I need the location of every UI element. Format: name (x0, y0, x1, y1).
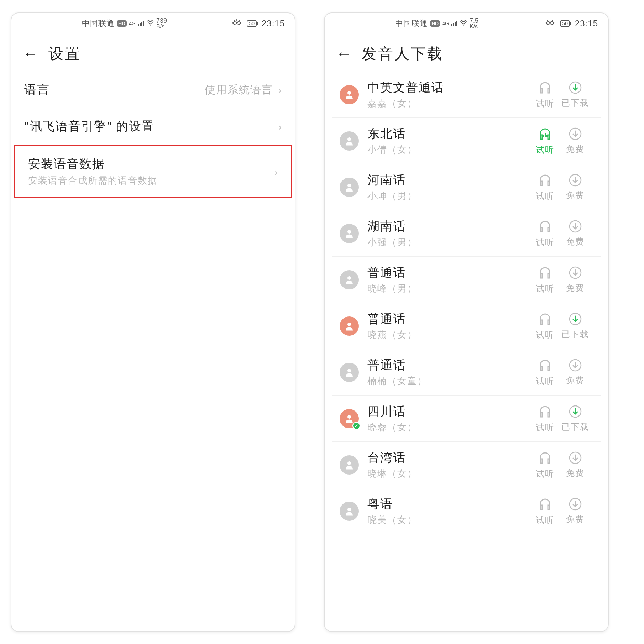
hd-badge: HD (430, 20, 440, 27)
avatar-icon (340, 316, 359, 336)
setting-label: "讯飞语音引擎" 的设置 (24, 118, 155, 135)
listen-button[interactable]: 试听 (530, 265, 560, 294)
headphones-icon (538, 497, 553, 513)
listen-label: 试听 (536, 190, 554, 202)
voice-row[interactable]: 河南话小坤（男）试听免费 (332, 164, 601, 210)
back-icon[interactable]: ← (336, 46, 352, 62)
svg-point-23 (347, 461, 351, 465)
clock: 23:15 (575, 19, 598, 28)
voice-list: 中英文普通话嘉嘉（女）试听已下载东北话小倩（女）试听免费河南话小坤（男）试听免费… (325, 72, 608, 534)
voice-sub: 嘉嘉（女） (367, 97, 522, 110)
voice-title: 粤语 (367, 496, 522, 512)
back-icon[interactable]: ← (23, 46, 38, 62)
voice-row[interactable]: 湖南话小强（男）试听免费 (332, 210, 601, 257)
download-label: 免费 (566, 467, 585, 479)
listen-button[interactable]: 试听 (530, 219, 560, 248)
svg-point-1 (236, 22, 238, 24)
voice-actions: 试听已下载 (530, 80, 590, 109)
voice-sub: 楠楠（女童） (367, 375, 522, 387)
chevron-right-icon: › (278, 83, 282, 96)
voice-title: 湖南话 (367, 218, 522, 235)
voice-row[interactable]: 粤语晓美（女）试听免费 (332, 488, 601, 534)
voice-text: 粤语晓美（女） (367, 496, 522, 526)
voice-row[interactable]: 普通话晓燕（女）试听已下载 (332, 303, 601, 349)
listen-label: 试听 (536, 422, 554, 433)
listen-button[interactable]: 试听 (530, 450, 560, 480)
download-button[interactable]: 免费 (560, 358, 590, 386)
avatar-icon: ✓ (340, 409, 359, 428)
listen-button[interactable]: 试听 (530, 126, 560, 156)
setting-language[interactable]: 语言 使用系统语言 › (11, 72, 295, 108)
headphones-icon (538, 126, 553, 143)
headphones-icon (538, 404, 553, 420)
settings-list: 语言 使用系统语言 › "讯飞语音引擎" 的设置 › 安装语音数据 安装语音合成… (11, 72, 295, 198)
svg-rect-9 (546, 135, 548, 137)
download-button[interactable]: 已下载 (560, 405, 590, 433)
voice-row[interactable]: 中英文普通话嘉嘉（女）试听已下载 (332, 72, 601, 118)
app-header: ← 发音人下载 (325, 34, 608, 72)
voice-actions: 试听已下载 (530, 311, 590, 341)
listen-button[interactable]: 试听 (530, 173, 560, 202)
avatar-icon (340, 131, 359, 151)
voice-text: 普通话晓燕（女） (367, 311, 522, 341)
listen-label: 试听 (536, 283, 554, 294)
voice-title: 普通话 (367, 265, 522, 281)
phone-voice-download: 中国联通 HD 4G 7.5K/s 50 23:15 ← 发音人下载 中英文普通… (324, 12, 609, 632)
svg-point-17 (347, 323, 351, 326)
listen-label: 试听 (536, 144, 554, 156)
voice-row[interactable]: 东北话小倩（女）试听免费 (332, 118, 601, 164)
setting-value: 使用系统语言 (205, 83, 273, 97)
voice-row[interactable]: 台湾话晓琳（女）试听免费 (332, 442, 601, 488)
download-button[interactable]: 免费 (560, 266, 590, 294)
svg-point-19 (347, 369, 351, 372)
download-icon (569, 173, 582, 188)
svg-point-11 (347, 184, 351, 187)
voice-row[interactable]: 普通话晓峰（男）试听免费 (332, 257, 601, 303)
voice-text: 湖南话小强（男） (367, 218, 522, 248)
avatar-icon (340, 85, 359, 104)
listen-label: 试听 (536, 514, 554, 526)
voice-text: 中英文普通话嘉嘉（女） (367, 79, 522, 110)
download-icon (569, 220, 582, 235)
setting-engine[interactable]: "讯飞语音引擎" 的设置 › (11, 108, 295, 145)
listen-button[interactable]: 试听 (530, 404, 560, 433)
eye-icon (232, 19, 242, 28)
setting-sublabel: 安装语音合成所需的语音数据 (28, 174, 158, 187)
download-button[interactable]: 免费 (560, 127, 590, 155)
voice-title: 河南话 (367, 172, 522, 188)
voice-sub: 晓燕（女） (367, 329, 522, 341)
listen-label: 试听 (536, 468, 554, 480)
voice-row[interactable]: ✓四川话晓蓉（女）试听已下载 (332, 396, 601, 442)
setting-install-voice-data[interactable]: 安装语音数据 安装语音合成所需的语音数据 › (14, 145, 292, 198)
voice-sub: 小坤（男） (367, 190, 522, 202)
download-label: 免费 (566, 375, 585, 386)
voice-sub: 小倩（女） (367, 143, 522, 156)
listen-button[interactable]: 试听 (530, 497, 560, 526)
listen-button[interactable]: 试听 (530, 311, 560, 341)
svg-point-25 (347, 508, 351, 511)
download-button[interactable]: 免费 (560, 497, 590, 525)
download-button[interactable]: 免费 (560, 451, 590, 479)
voice-actions: 试听已下载 (530, 404, 590, 433)
headphones-icon (538, 311, 553, 328)
signal-icon (451, 21, 457, 26)
clock: 23:15 (262, 19, 285, 28)
download-button[interactable]: 免费 (560, 220, 590, 247)
voice-title: 四川话 (367, 403, 522, 420)
voice-text: 四川话晓蓉（女） (367, 403, 522, 434)
voice-actions: 试听免费 (530, 358, 590, 387)
download-icon (569, 312, 582, 327)
voice-text: 普通话晓峰（男） (367, 265, 522, 295)
download-label: 免费 (566, 143, 585, 155)
voice-sub: 晓峰（男） (367, 282, 522, 295)
download-button[interactable]: 已下载 (560, 312, 590, 340)
listen-button[interactable]: 试听 (530, 358, 560, 387)
hd-badge: HD (117, 20, 127, 27)
voice-title: 普通话 (367, 357, 522, 373)
voice-row[interactable]: 普通话楠楠（女童）试听免费 (332, 349, 601, 396)
download-button[interactable]: 免费 (560, 173, 590, 201)
listen-label: 试听 (536, 98, 554, 109)
download-button[interactable]: 已下载 (560, 81, 590, 109)
listen-button[interactable]: 试听 (530, 80, 560, 109)
avatar-icon (340, 178, 359, 197)
